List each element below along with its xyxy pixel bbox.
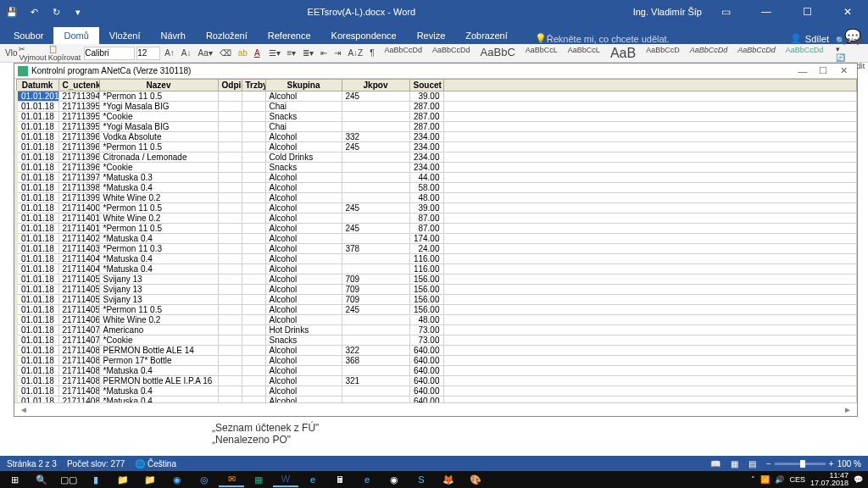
cell-trzby[interactable] [242, 356, 265, 366]
cell-trzby[interactable] [242, 366, 265, 376]
cell-c-uctenky[interactable]: 21711408 [58, 356, 99, 366]
table-row[interactable]: 01.01.1821711408Permon 17* BottleAlcohol… [16, 356, 857, 366]
cell-jkpov[interactable]: 709 [342, 295, 409, 305]
cell-c-uctenky[interactable]: 21711408 [58, 376, 99, 386]
cell-c-uctenky[interactable]: 21711408 [58, 346, 99, 356]
numbering-icon[interactable]: ≡▾ [285, 47, 299, 58]
cell-trzby[interactable] [242, 203, 265, 214]
cell-soucet[interactable]: 287.00 [409, 102, 443, 112]
cell-datumk[interactable]: 01.01.18 [16, 234, 58, 244]
zoom-value[interactable]: 100 % [837, 459, 861, 469]
cell-soucet[interactable]: 116.00 [409, 264, 443, 274]
cell-skupina[interactable]: Alcohol [265, 346, 342, 356]
cell-odpis[interactable] [218, 346, 242, 356]
table-row[interactable]: 01.01.1821711401White Wine 0.2Alcohol87.… [16, 214, 857, 224]
cell-soucet[interactable]: 640.00 [409, 386, 443, 396]
table-row[interactable]: 01.01.1821711408*Matuska 0.4Alcohol640.0… [16, 396, 857, 403]
highlight-icon[interactable]: ab [236, 47, 250, 58]
cell-odpis[interactable] [218, 152, 242, 163]
cell-skupina[interactable]: Snacks [265, 112, 342, 122]
cell-nazev[interactable]: PERMON bottle ALE I.P.A 16 [99, 376, 218, 386]
table-row[interactable]: 01.01.1821711406White Wine 0.2Alcohol48.… [16, 315, 857, 325]
cell-nazev[interactable]: PERMON Bottle ALE 14 [99, 346, 218, 356]
cell-skupina[interactable]: Alcohol [265, 386, 342, 396]
table-row[interactable]: 01.01.1821711396Vodka AbsoluteAlcohol332… [16, 132, 857, 142]
cell-soucet[interactable]: 234.00 [409, 163, 443, 173]
cell-soucet[interactable]: 58.00 [409, 183, 443, 193]
taskbar-word[interactable]: W [273, 472, 298, 487]
cell-skupina[interactable]: Chai [265, 122, 342, 132]
cell-skupina[interactable]: Alcohol [265, 244, 342, 254]
cell-odpis[interactable] [218, 366, 242, 376]
cell-odpis[interactable] [218, 376, 242, 386]
cell-soucet[interactable]: 116.00 [409, 254, 443, 264]
cell-soucet[interactable]: 73.00 [409, 336, 443, 346]
cell-jkpov[interactable] [342, 102, 409, 112]
cell-soucet[interactable]: 234.00 [409, 152, 443, 163]
cell-nazev[interactable]: Svijany 13 [99, 295, 218, 305]
cell-skupina[interactable]: Alcohol [265, 214, 342, 224]
cell-odpis[interactable] [218, 315, 242, 325]
cell-trzby[interactable] [242, 254, 265, 264]
cell-odpis[interactable] [218, 336, 242, 346]
cell-c-uctenky[interactable]: 21711403 [58, 244, 99, 254]
cell-nazev[interactable]: *Matuska 0.3 [99, 173, 218, 183]
copy-button[interactable]: 📋 Kopírovat [48, 45, 81, 62]
clear-format-icon[interactable]: ⌫ [217, 47, 234, 58]
paste-button[interactable]: Vlo [5, 48, 17, 58]
cell-skupina[interactable]: Alcohol [265, 376, 342, 386]
cell-odpis[interactable] [218, 112, 242, 122]
search-icon[interactable]: 🔍 [29, 472, 54, 487]
cell-c-uctenky[interactable]: 21711399 [58, 193, 99, 203]
cell-trzby[interactable] [242, 285, 265, 295]
cell-odpis[interactable] [218, 173, 242, 183]
cell-skupina[interactable]: Alcohol [265, 142, 342, 152]
cell-odpis[interactable] [218, 132, 242, 142]
cell-soucet[interactable]: 48.00 [409, 315, 443, 325]
sort-icon[interactable]: A↓Z [345, 47, 365, 58]
table-row[interactable]: 01.01.1821711397*Matuska 0.3Alcohol44.00 [16, 173, 857, 183]
cell-skupina[interactable]: Alcohol [265, 295, 342, 305]
cell-datumk[interactable]: 01.01.18 [16, 264, 58, 274]
view-read-icon[interactable]: 📖 [710, 459, 721, 469]
cell-jkpov[interactable] [342, 264, 409, 274]
redo-icon[interactable]: ↻ [47, 3, 64, 20]
cell-nazev[interactable]: White Wine 0.2 [99, 315, 218, 325]
change-case-icon[interactable]: Aa▾ [196, 47, 215, 58]
zoom-slider[interactable] [775, 463, 826, 465]
cell-soucet[interactable]: 640.00 [409, 396, 443, 403]
grow-font-icon[interactable]: A↑ [162, 47, 177, 58]
cell-trzby[interactable] [242, 132, 265, 142]
table-row[interactable]: 01.01.1821711407*CookieSnacks73.00 [16, 336, 857, 346]
cell-jkpov[interactable] [342, 254, 409, 264]
cell-soucet[interactable]: 44.00 [409, 173, 443, 183]
cell-c-uctenky[interactable]: 21711395 [58, 102, 99, 112]
cell-trzby[interactable] [242, 396, 265, 403]
cell-soucet[interactable]: 640.00 [409, 376, 443, 386]
save-icon[interactable]: 💾 [3, 3, 20, 20]
cell-soucet[interactable]: 24.00 [409, 244, 443, 254]
cell-skupina[interactable]: Alcohol [265, 274, 342, 285]
table-row[interactable]: 01.01.1821711402*Matuska 0.4Alcohol174.0… [16, 234, 857, 244]
cell-soucet[interactable]: 640.00 [409, 356, 443, 366]
cell-skupina[interactable]: Alcohol [265, 315, 342, 325]
cell-soucet[interactable]: 73.00 [409, 325, 443, 336]
cell-c-uctenky[interactable]: 21711401 [58, 214, 99, 224]
cell-soucet[interactable]: 156.00 [409, 295, 443, 305]
cell-soucet[interactable]: 87.00 [409, 214, 443, 224]
cell-datumk[interactable]: 01.01.18 [16, 305, 58, 315]
cell-datumk[interactable]: 01.01.18 [16, 346, 58, 356]
cell-jkpov[interactable]: 245 [342, 224, 409, 234]
multilevel-icon[interactable]: ≣▾ [300, 47, 316, 58]
cell-trzby[interactable] [242, 224, 265, 234]
cell-c-uctenky[interactable]: 21711405 [58, 305, 99, 315]
cell-odpis[interactable] [218, 396, 242, 403]
taskbar-paint[interactable]: 🎨 [463, 472, 488, 487]
scroll-left-icon[interactable]: ◄ [16, 405, 31, 414]
cell-soucet[interactable]: 156.00 [409, 285, 443, 295]
cell-skupina[interactable]: Alcohol [265, 92, 342, 102]
cell-trzby[interactable] [242, 315, 265, 325]
style-strong[interactable]: AaBbCcDd [733, 44, 780, 63]
cell-odpis[interactable] [218, 183, 242, 193]
cell-soucet[interactable]: 640.00 [409, 346, 443, 356]
